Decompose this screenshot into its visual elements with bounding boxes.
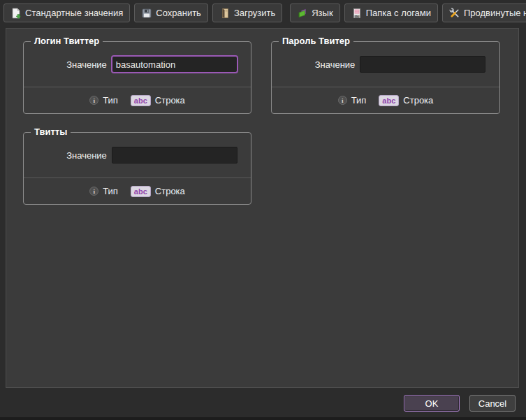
info-icon: i (89, 96, 98, 105)
group-twitter-password: Пароль Твитер Значение i Тип abc Строка (271, 41, 500, 114)
language-label: Язык (312, 8, 333, 18)
load-button[interactable]: Загрузить (212, 3, 282, 22)
value-row: Значение (24, 42, 251, 87)
ok-button[interactable]: OK (404, 395, 460, 412)
twitter-password-input[interactable] (360, 56, 485, 73)
log-file-icon: LOG (351, 8, 363, 19)
group-title: Пароль Твитер (279, 36, 353, 47)
group-twitter-login: Логин Твиттер Значение i Тип abc Строка (23, 41, 251, 114)
value-row: Значение (272, 42, 499, 87)
save-button[interactable]: Сохранить (134, 3, 208, 22)
window-bottom-edge (0, 417, 526, 420)
default-values-label: Стандартные значения (25, 8, 123, 18)
advanced-settings-label: Продвинутые настройки (464, 8, 526, 18)
string-type-icon: abc (131, 95, 151, 106)
svg-text:LOG: LOG (355, 15, 359, 17)
info-icon: i (89, 187, 98, 196)
tools-icon (449, 8, 460, 19)
settings-panel: Логин Твиттер Значение i Тип abc Строка … (6, 28, 519, 388)
group-title: Логин Твиттер (31, 36, 103, 47)
type-value: Строка (155, 186, 185, 196)
info-icon: i (338, 96, 347, 105)
string-type-icon: abc (131, 186, 151, 197)
logs-folder-label: Папка с логами (366, 8, 431, 18)
load-book-icon (219, 8, 231, 19)
value-label: Значение (315, 59, 356, 70)
default-values-button[interactable]: Стандартные значения (3, 3, 130, 22)
group-title: Твитты (31, 126, 71, 138)
advanced-settings-button[interactable]: Продвинутые настройки (442, 3, 526, 22)
type-label: Тип (103, 186, 118, 196)
value-label: Значение (66, 59, 107, 70)
toolbar: Стандартные значения Сохранить Загрузить… (3, 3, 523, 22)
type-row: i Тип abc Строка (272, 87, 499, 113)
load-label: Загрузить (234, 8, 275, 18)
cancel-button[interactable]: Cancel (469, 395, 516, 412)
value-row: Значение (24, 133, 251, 178)
type-label: Тип (103, 95, 118, 106)
save-icon (141, 8, 152, 19)
language-button[interactable]: Язык (290, 3, 339, 22)
type-value: Строка (403, 95, 433, 106)
value-label: Значение (66, 150, 107, 161)
twitter-login-input[interactable] (112, 56, 238, 73)
type-value: Строка (155, 95, 185, 106)
save-label: Сохранить (156, 8, 201, 18)
tweets-input[interactable] (112, 147, 238, 164)
group-tweets: Твитты Значение i Тип abc Строка (23, 132, 251, 205)
type-label: Тип (351, 95, 367, 106)
language-flag-icon (297, 8, 308, 19)
string-type-icon: abc (379, 95, 399, 106)
type-row: i Тип abc Строка (24, 178, 251, 204)
type-row: i Тип abc Строка (24, 87, 251, 113)
new-document-icon (10, 8, 22, 19)
logs-folder-button[interactable]: LOG Папка с логами (344, 3, 438, 22)
